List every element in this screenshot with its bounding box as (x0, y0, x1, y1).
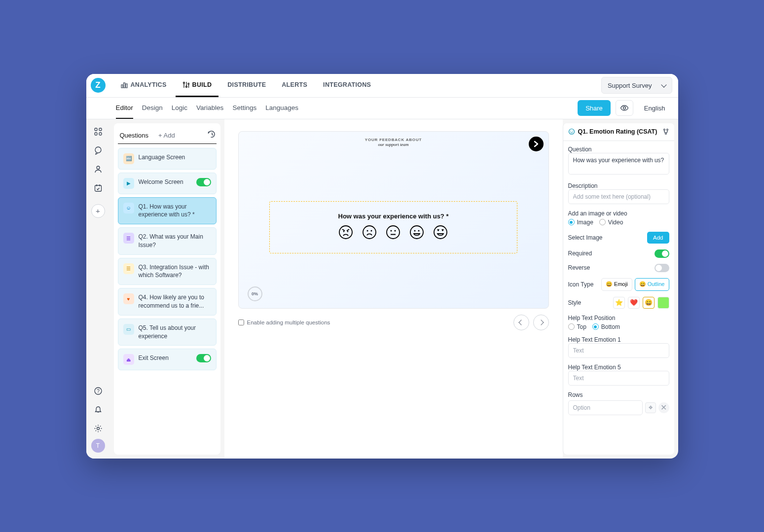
rail-add[interactable]: + (91, 204, 105, 218)
svg-point-27 (363, 226, 376, 239)
logo[interactable]: Z (86, 74, 110, 98)
emotion-type-icon (568, 128, 575, 135)
chevron-right-icon (538, 319, 544, 325)
description-input[interactable] (568, 189, 669, 204)
question-item-q5[interactable]: ▭Q5. Tell us about your experience (118, 319, 217, 346)
next-button[interactable] (533, 315, 549, 330)
required-toggle[interactable] (655, 249, 669, 258)
subtab-variables[interactable]: Variables (196, 97, 223, 119)
rail-settings[interactable] (90, 420, 107, 437)
survey-title: Support Survey (608, 82, 652, 89)
question-field-label: Question (568, 146, 669, 153)
branch-icon[interactable] (662, 128, 669, 135)
left-rail: + ? T (86, 119, 110, 459)
add-question-button[interactable]: + Add (150, 132, 175, 139)
topbar: Z ANALYTICS BUILD DISTRIBUTE ALERTS INTE… (86, 74, 678, 98)
preview-button[interactable] (616, 100, 633, 116)
chevron-right-icon (533, 141, 540, 147)
tab-label: BUILD (192, 81, 212, 88)
rail-dashboard[interactable] (90, 123, 107, 140)
style-heart[interactable]: ❤️ (628, 297, 640, 309)
rail-help[interactable]: ? (90, 383, 107, 399)
svg-point-35 (414, 230, 416, 232)
media-video-radio[interactable]: Video (599, 219, 623, 226)
question-item-language[interactable]: 🔤Language Screen (118, 148, 217, 170)
emoji-neutral-icon[interactable] (386, 225, 400, 242)
question-item-q1[interactable]: ☺Q1. How was your experience with us? * (118, 197, 217, 225)
subtab-languages[interactable]: Languages (265, 97, 298, 119)
tab-analytics[interactable]: ANALYTICS (114, 74, 174, 98)
help-icon: ? (94, 387, 103, 395)
rail-calendar[interactable] (90, 179, 107, 196)
svg-rect-12 (95, 133, 97, 135)
question-label: Q3. Integration Issue - with which Softw… (139, 263, 211, 280)
drag-handle-icon[interactable]: ✥ (645, 402, 656, 413)
preview-card: YOUR FEEDBACK ABOUT our support team How… (238, 131, 549, 309)
question-item-q3[interactable]: ☰Q3. Integration Issue - with which Soft… (118, 258, 217, 285)
question-item-q4[interactable]: ♥Q4. How likely are you to recommend us … (118, 288, 217, 316)
delete-row-button[interactable]: ✕ (658, 402, 669, 413)
svg-point-5 (185, 86, 187, 87)
help-pos-bottom-radio[interactable]: Bottom (592, 323, 620, 330)
tab-distribute[interactable]: DISTRIBUTE (220, 74, 273, 98)
emoji-angry-icon[interactable] (338, 225, 353, 242)
tab-build[interactable]: BUILD (176, 74, 219, 98)
subtab-settings[interactable]: Settings (232, 97, 256, 119)
question-item-exit[interactable]: ⏏Exit Screen (118, 349, 217, 370)
exit-icon: ⏏ (123, 354, 134, 365)
toggle-welcome[interactable] (196, 178, 211, 186)
row-option-input[interactable] (568, 400, 643, 415)
question-label: Language Screen (139, 153, 211, 162)
preview-next-button[interactable] (529, 137, 544, 151)
rail-notifications[interactable] (90, 401, 107, 418)
survey-select[interactable]: Support Survey (601, 77, 672, 94)
style-emoji[interactable]: 😄 (643, 297, 655, 309)
question-item-welcome[interactable]: ▶Welcome Screen (118, 173, 217, 194)
prev-button[interactable] (513, 315, 529, 330)
enable-multi-checkbox[interactable]: Enable adding multiple questions (238, 319, 330, 325)
svg-rect-16 (95, 185, 101, 191)
tab-integrations[interactable]: INTEGRATIONS (316, 74, 378, 98)
rail-responses[interactable] (90, 142, 107, 159)
svg-line-24 (347, 229, 349, 231)
media-image-radio[interactable]: Image (568, 219, 593, 226)
rail-contacts[interactable] (90, 161, 107, 177)
question-textarea[interactable] (568, 153, 669, 175)
main-tabs: ANALYTICS BUILD DISTRIBUTE ALERTS INTEGR… (110, 74, 378, 98)
svg-rect-13 (99, 133, 102, 135)
style-circle[interactable] (657, 297, 669, 309)
help-pos-top-radio[interactable]: Top (568, 323, 586, 330)
emoji-happy-icon[interactable] (409, 225, 424, 242)
subtab-editor[interactable]: Editor (116, 97, 133, 119)
avatar[interactable]: T (91, 439, 105, 453)
checkbox-label: Enable adding multiple questions (247, 319, 330, 325)
chevron-down-icon (661, 82, 666, 87)
emoji-love-icon[interactable] (433, 225, 448, 242)
questions-tab[interactable]: Questions (118, 132, 151, 139)
icon-type-outline[interactable]: 😄 Outline (635, 278, 669, 291)
tab-alerts[interactable]: ALERTS (275, 74, 314, 98)
sub-tabs-row: Editor Design Logic Variables Settings L… (86, 98, 678, 119)
share-button[interactable]: Share (578, 100, 611, 116)
subtab-design[interactable]: Design (142, 97, 163, 119)
toggle-exit[interactable] (196, 354, 211, 362)
help-position-label: Help Text Position (568, 315, 669, 321)
emoji-sad-icon[interactable] (362, 225, 377, 242)
svg-point-38 (569, 129, 574, 135)
language-select[interactable]: English (638, 100, 671, 116)
help-5-input[interactable] (568, 371, 669, 386)
checkbox[interactable] (238, 319, 244, 325)
icon-type-emoji[interactable]: 😄 Emoji (601, 278, 632, 291)
emoji-row (290, 225, 497, 242)
question-item-q2[interactable]: ☰Q2. What was your Main Issue? (118, 227, 217, 255)
style-star[interactable]: ⭐ (613, 297, 625, 309)
reverse-toggle[interactable] (655, 264, 669, 272)
gear-icon (94, 424, 103, 433)
question-label: Welcome Screen (139, 178, 192, 186)
history-icon[interactable] (208, 131, 217, 140)
help-1-input[interactable] (568, 343, 669, 358)
add-image-button[interactable]: Add (647, 232, 669, 244)
question-box[interactable]: How was your experience with us? * (269, 201, 517, 253)
subtab-logic[interactable]: Logic (172, 97, 187, 119)
svg-point-43 (665, 133, 666, 135)
